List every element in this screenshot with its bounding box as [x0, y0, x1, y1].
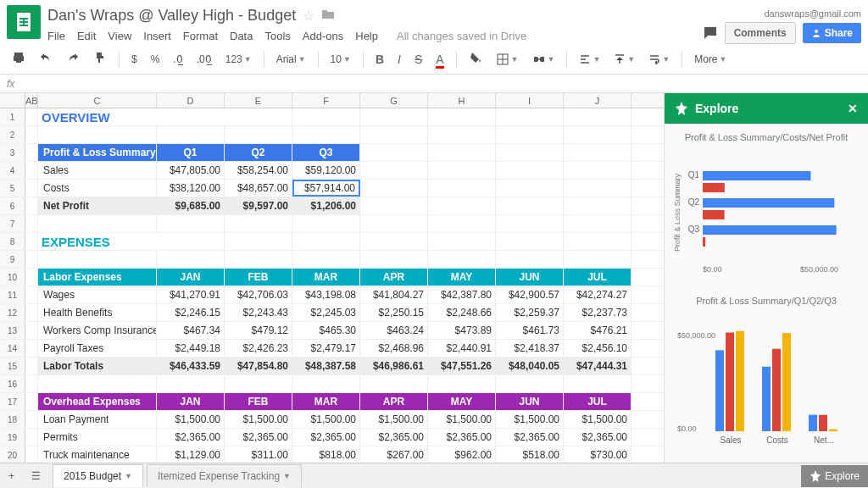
svg-text:Q1: Q1	[688, 170, 700, 180]
svg-point-5	[815, 30, 818, 33]
svg-rect-24	[726, 332, 734, 431]
account-email[interactable]: danswraps@gmail.com	[765, 8, 862, 19]
strike-icon[interactable]: S	[409, 49, 427, 69]
svg-text:Q3: Q3	[688, 225, 700, 234]
redo-icon[interactable]	[61, 47, 85, 70]
svg-rect-31	[809, 415, 817, 431]
svg-rect-12	[703, 183, 725, 192]
star-icon[interactable]: ☆	[303, 8, 314, 24]
wrap-icon[interactable]: ▼	[643, 50, 675, 69]
menu-format[interactable]: Format	[183, 30, 218, 42]
svg-text:$50,000.00: $50,000.00	[800, 265, 838, 274]
svg-rect-18	[703, 237, 705, 247]
menu-edit[interactable]: Edit	[77, 30, 96, 42]
toolbar: $ % .0̲ .00̲ 123▼ Arial▼ 10▼ B I S A ▼ ▼…	[0, 44, 868, 75]
svg-text:Net...: Net...	[814, 435, 834, 445]
print-icon[interactable]	[7, 47, 31, 70]
svg-text:$50,000.00: $50,000.00	[677, 331, 715, 340]
svg-text:Sales: Sales	[720, 435, 741, 445]
all-sheets-icon[interactable]: ☰	[23, 465, 49, 487]
save-status: All changes saved in Drive	[397, 30, 526, 42]
decrease-decimal[interactable]: .0̲	[168, 52, 187, 67]
halign-icon[interactable]: ▼	[574, 50, 605, 69]
svg-rect-11	[703, 171, 810, 180]
svg-text:$0.00: $0.00	[677, 424, 697, 433]
svg-text:Costs: Costs	[766, 435, 788, 445]
folder-icon[interactable]	[321, 7, 335, 25]
sheets-logo[interactable]	[7, 5, 41, 39]
comments-button[interactable]: Comments	[725, 22, 796, 44]
menu-file[interactable]: File	[47, 30, 65, 42]
svg-rect-32	[819, 415, 827, 431]
font-size-select[interactable]: 10▼	[326, 52, 356, 67]
menu-view[interactable]: View	[108, 30, 131, 42]
explore-toggle[interactable]: Explore	[801, 465, 868, 487]
font-select[interactable]: Arial▼	[271, 52, 311, 67]
fx-label: fx	[7, 78, 14, 90]
explore-title: Explore	[695, 102, 738, 115]
borders-icon[interactable]: ▼	[491, 49, 524, 69]
text-color-icon[interactable]: A	[431, 49, 448, 69]
svg-rect-17	[703, 225, 837, 235]
menu-add-ons[interactable]: Add-ons	[303, 30, 343, 42]
doc-title[interactable]: Dan's Wraps @ Valley High - Budget	[47, 7, 296, 25]
menu-tools[interactable]: Tools	[264, 30, 290, 42]
italic-icon[interactable]: I	[392, 49, 406, 69]
svg-rect-4	[23, 18, 25, 26]
valign-icon[interactable]: ▼	[609, 50, 640, 69]
menu-insert[interactable]: Insert	[143, 30, 171, 42]
close-icon[interactable]: ✕	[848, 102, 858, 115]
menu-data[interactable]: Data	[230, 30, 253, 42]
tab-itemized[interactable]: Itemized Expense Tracking▼	[147, 464, 302, 487]
add-sheet-icon[interactable]: +	[0, 465, 23, 487]
svg-text:Q2: Q2	[688, 197, 700, 207]
more-menu[interactable]: More▼	[689, 52, 732, 67]
svg-rect-33	[829, 430, 837, 431]
fill-color-icon[interactable]	[464, 47, 487, 70]
share-button[interactable]: Share	[803, 23, 861, 43]
explore-panel: Explore ✕ Profit & Loss Summary/Costs/Ne…	[664, 93, 868, 463]
paint-format-icon[interactable]	[88, 47, 112, 70]
svg-text:$0.00: $0.00	[703, 265, 722, 274]
svg-rect-14	[703, 198, 834, 208]
spreadsheet-grid[interactable]: ABCDEFGHIJ 1OVERVIEW23Profit & Loss Summ…	[0, 93, 664, 463]
svg-rect-29	[782, 333, 791, 431]
zoom-select[interactable]: 123▼	[220, 52, 257, 67]
chat-icon[interactable]	[703, 25, 718, 41]
currency-icon[interactable]: $	[126, 52, 142, 67]
svg-rect-25	[736, 331, 744, 431]
percent-icon[interactable]: %	[146, 52, 165, 67]
menu-help[interactable]: Help	[355, 30, 378, 42]
svg-rect-27	[762, 367, 771, 431]
bold-icon[interactable]: B	[370, 49, 389, 69]
undo-icon[interactable]	[34, 47, 58, 70]
merge-icon[interactable]: ▼	[527, 49, 560, 69]
tab-2015-budget[interactable]: 2015 Budget▼	[53, 464, 143, 487]
svg-rect-23	[715, 350, 724, 431]
increase-decimal[interactable]: .00̲	[192, 52, 217, 67]
svg-rect-28	[772, 349, 781, 431]
menubar: FileEditViewInsertFormatDataToolsAdd-ons…	[47, 26, 703, 42]
svg-rect-15	[703, 210, 725, 219]
svg-text:Profit & Loss Summary: Profit & Loss Summary	[673, 173, 682, 252]
